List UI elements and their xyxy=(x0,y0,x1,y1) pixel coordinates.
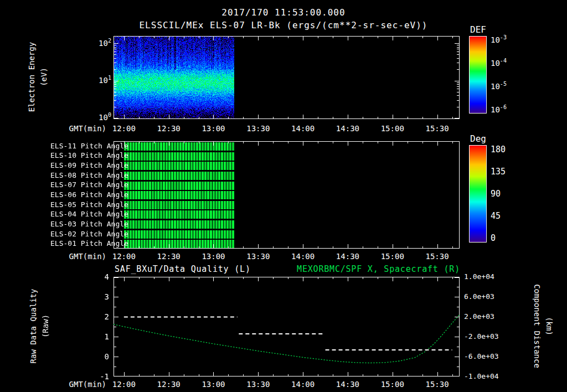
pitch-row-label-2: ELS-09 Pitch Angle xyxy=(50,161,111,170)
deg-colorbar xyxy=(469,145,487,243)
pitch-row-label-5: ELS-06 Pitch Angle xyxy=(50,190,111,199)
quality-tick-1: 3 xyxy=(48,292,109,301)
distance-tick-2: 2.0e+03 xyxy=(464,312,494,321)
quality-tick-4: 0 xyxy=(48,352,109,361)
pitch-row-label-7: ELS-04 Pitch Angle xyxy=(50,210,111,219)
spacecraft-series-title: MEXORBMC/SPF X, Spacecraft (R) xyxy=(238,264,460,274)
deg-cbar-tick-3: 45 xyxy=(491,212,501,220)
electron-energy-spectrogram-canvas xyxy=(114,36,460,119)
quality-series-title: SAF_BXuT/Data Quality (L) xyxy=(115,264,251,274)
plot-datetime: 2017/170 11:53:00.000 xyxy=(0,7,567,18)
quality-tick-5: -1 xyxy=(48,372,109,381)
pitch-row-label-0: ELS-11 Pitch Angle xyxy=(50,142,111,151)
distance-tick-3: -2.0e+03 xyxy=(464,332,499,341)
energy-tick-1: 101 xyxy=(50,76,111,85)
quality-y-axis-units: (Raw) xyxy=(41,265,50,387)
x-tick-pitch-7: 15:30 xyxy=(404,252,471,261)
pitch-row-label-1: ELS-10 Pitch Angle xyxy=(50,151,111,160)
deg-colorbar-title: Deg xyxy=(470,133,486,144)
def-cbar-tick-1: 10-4 xyxy=(491,59,507,68)
distance-tick-0: 1.0e+04 xyxy=(464,272,494,281)
energy-tick-0: 102 xyxy=(50,39,111,48)
energy-tick-2: 100 xyxy=(50,113,111,122)
deg-cbar-tick-1: 135 xyxy=(491,167,506,176)
quality-distance-canvas xyxy=(114,277,460,376)
deg-cbar-tick-0: 180 xyxy=(491,145,506,154)
x-tick-spec-7: 15:30 xyxy=(404,124,471,133)
quality-tick-2: 2 xyxy=(48,312,109,321)
pitch-row-label-6: ELS-05 Pitch Angle xyxy=(50,200,111,209)
def-cbar-tick-0: 10-3 xyxy=(491,35,507,44)
distance-tick-5: -1.0e+04 xyxy=(464,372,499,381)
distance-y-axis-units: (km) xyxy=(545,265,554,387)
pitch-row-label-10: ELS-01 Pitch Angle xyxy=(50,239,111,248)
x-tick-line-7: 15:30 xyxy=(404,380,471,389)
def-colorbar xyxy=(469,36,487,114)
pitch-row-label-8: ELS-03 Pitch Angle xyxy=(50,220,111,229)
def-cbar-tick-2: 10-5 xyxy=(491,82,507,91)
pitch-row-label-3: ELS-08 Pitch Angle xyxy=(50,171,111,180)
spec-y-axis-title: Electron Energy xyxy=(27,16,36,138)
pitch-row-label-9: ELS-02 Pitch Angle xyxy=(50,230,111,239)
distance-tick-1: 6.0e+03 xyxy=(464,292,494,301)
distance-y-axis-title: Component Distance xyxy=(533,265,542,387)
def-cbar-tick-3: 10-6 xyxy=(491,105,507,114)
pitch-row-label-4: ELS-07 Pitch Angle xyxy=(50,180,111,189)
pitch-angle-canvas xyxy=(114,141,460,249)
quality-tick-0: 4 xyxy=(48,272,109,281)
deg-cbar-tick-4: 0 xyxy=(491,234,496,243)
distance-tick-4: -6.0e+03 xyxy=(464,352,499,361)
deg-cbar-tick-2: 90 xyxy=(491,189,501,198)
def-colorbar-title: DEF xyxy=(470,24,486,35)
quality-y-axis-title: Raw Data Quality xyxy=(29,265,38,387)
spec-y-axis-units: (eV) xyxy=(39,16,48,138)
quality-tick-3: 1 xyxy=(48,332,109,341)
spdf-plot-window: 2017/170 11:53:00.000 ELSSCIL/MEx ELS-07… xyxy=(0,0,567,392)
